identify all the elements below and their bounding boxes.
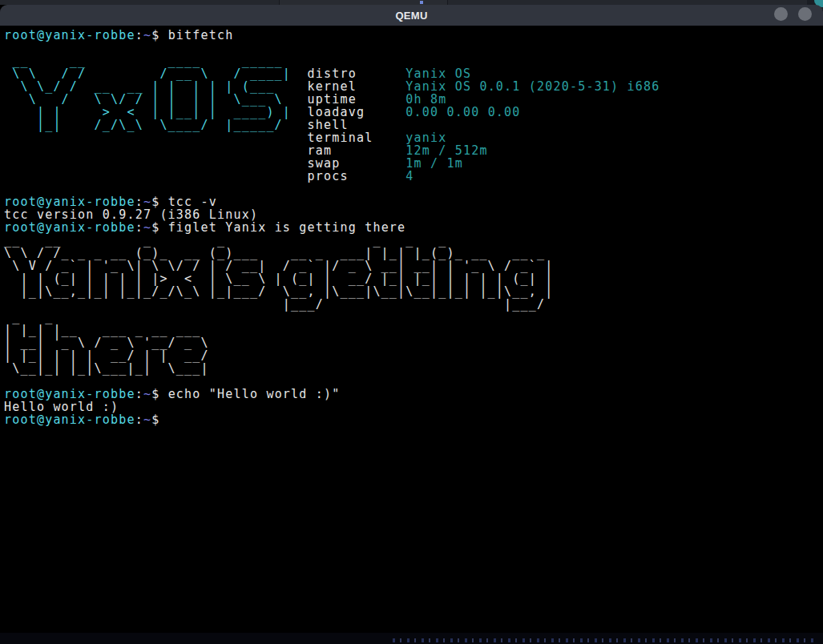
figlet-line: | | (_| | | | | |> < | \__ \ | (_| | __/… [4,272,660,285]
taskbar-text-sliver [393,638,817,642]
figlet-line: \ V / _` | '_ \| \ \/ / | / __| / _` |/ … [4,260,660,272]
prompt-path: ~ [143,387,151,401]
window-titlebar[interactable]: QEMU [0,5,823,26]
blank-line [4,42,660,54]
figlet-art-row: \__|_| |_|\___|_| \___| [4,361,209,376]
bitfetch-line: \ \ / / / __ \ / ____| distro Yanix OS [4,67,660,80]
bitfetch-line: ram 12m / 512m [4,144,660,157]
prompt-colon: : [135,413,143,427]
prompt-line-figlet: root@yanix-robbe:~$ figlet Yanix is gett… [4,221,660,234]
figlet-line: \ \ / /_ _ _ __ (_)_ __ (_)___ __ _ ___|… [4,247,660,260]
bitfetch-line: swap 1m / 1m [4,157,660,170]
prompt-path: ~ [143,413,151,427]
bitfetch-line: | | > < | |__| | ____) | loadavg 0.00 0.… [4,106,660,119]
command-text: $ bitfetch [151,28,233,42]
window-button-1[interactable] [774,7,788,21]
output-line-tcc: tcc version 0.9.27 (i386 Linux) [4,208,660,221]
bitfetch-info-value: 4 [405,169,414,183]
figlet-line: | |_| | | | __/ | | __/ [4,349,660,362]
window-button-2[interactable] [798,7,812,21]
bitfetch-line: \ \_/ / __ __ | | | | | (___ kernel Yani… [4,80,660,93]
prompt-path: ~ [143,28,151,42]
bitfetch-line: |_| /_/\_\ \____/ |_____/ shell [4,119,660,131]
window-title: QEMU [395,10,427,22]
figlet-line: \__|_| |_|\___|_| \___| [4,362,660,375]
figlet-line: __ __ _ _ _ _ _ [4,234,660,247]
prompt-dollar: $ [151,413,159,427]
terminal-content: root@yanix-robbe:~$ bitfetch __ __ ____ … [4,29,660,426]
prompt-line-echo: root@yanix-robbe:~$ echo "Hello world :)… [4,388,660,400]
bitfetch-line: terminal yanix [4,131,660,144]
bitfetch-info-value: 1m / 1m [405,156,463,171]
bitfetch-line: __ __ ____ _____ [4,54,660,67]
figlet-line: _ _ [4,311,660,324]
bitfetch-line: \ / \ \/ / | | | | \___ \ uptime 0h 8m [4,93,660,106]
output-line-echo: Hello world :) [4,400,660,413]
figlet-line: |___/ |___/ [4,298,660,311]
figlet-line: | |_| |__ ___ _ __ ___ [4,324,660,336]
top-strip-speck [420,1,423,4]
bitfetch-logo-row [4,169,308,183]
prompt-line-bitfetch: root@yanix-robbe:~$ bitfetch [4,29,660,42]
command-text: $ echo "Hello world :)" [151,387,340,401]
terminal[interactable]: root@yanix-robbe:~$ bitfetch __ __ ____ … [0,26,823,633]
prompt-user-host: root@yanix-robbe [4,28,135,42]
bitfetch-info-label: procs [308,169,406,183]
figlet-line: | __| '_ \ / _ \ '__/ _ \ [4,336,660,349]
figlet-line: |_|\__,_|_| |_|_/_/\_\ |_|___/ \__, |\__… [4,285,660,298]
prompt-user-host: root@yanix-robbe [4,413,135,427]
bitfetch-info-value: 0.00 0.00 0.00 [405,105,520,119]
prompt-line-current: root@yanix-robbe:~$ [4,413,660,426]
desktop-bottom-sliver [0,633,823,644]
bitfetch-line: procs 4 [4,170,660,183]
prompt-colon: : [135,387,143,401]
blank-line [4,183,660,195]
prompt-colon: : [135,28,143,42]
blank-line [4,375,660,388]
prompt-line-tcc: root@yanix-robbe:~$ tcc -v [4,195,660,208]
